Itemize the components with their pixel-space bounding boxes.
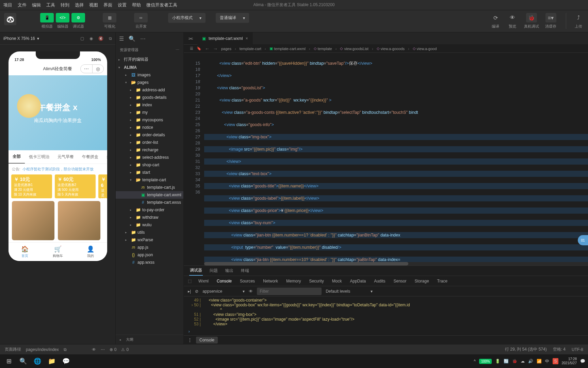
folder-item[interactable]: ▸📁wxParse — [116, 236, 183, 244]
menu-settings[interactable]: 设置 — [118, 2, 127, 8]
tab-lunch[interactable]: 午餐拼盒 — [78, 154, 102, 160]
file-item[interactable]: {}app.json — [116, 251, 183, 259]
bookmark-icon[interactable]: 🔖 — [197, 46, 201, 51]
eye-icon[interactable]: 👁 — [92, 347, 96, 352]
editor-tab[interactable]: ▣ template-cart.wxml × — [197, 32, 253, 44]
indent-setting[interactable]: 空格: 4 — [553, 347, 566, 352]
console-filter-input[interactable] — [257, 288, 322, 295]
tab-all[interactable]: 全部 — [9, 150, 25, 164]
coupon-item[interactable]: ￥ 10元 这是优惠券1 满 20 元使用 限 10 天内有效 — [11, 174, 52, 198]
app-icon[interactable]: 🐼 — [4, 13, 16, 25]
list-icon[interactable]: ☰ — [119, 35, 124, 42]
mute-icon[interactable]: 🔇 — [98, 36, 103, 41]
horizontal-scrollbar[interactable] — [204, 262, 588, 265]
more-status-icon[interactable]: ⋯ — [101, 347, 105, 352]
devtools-storage[interactable]: Storage — [413, 279, 430, 283]
simulator-toggle[interactable]: 📱 — [40, 13, 54, 22]
folder-item[interactable]: ▸📁start — [116, 169, 183, 176]
tray-battery-icon[interactable]: 🔋 — [495, 359, 500, 364]
visual-toggle[interactable]: ▦ — [103, 13, 116, 22]
warning-count[interactable]: ⚠ 0 — [121, 347, 129, 352]
menu-project[interactable]: 项目 — [3, 2, 12, 8]
start-button[interactable]: ⊞ — [3, 356, 15, 367]
console-clear-icon[interactable]: ⊘ — [195, 289, 198, 294]
tray-onedrive-icon[interactable]: ☁ — [521, 359, 525, 364]
devtools-appdata[interactable]: AppData — [348, 279, 367, 283]
menu-view[interactable]: 视图 — [89, 2, 98, 8]
explorer-icon[interactable]: 📁 — [46, 356, 58, 367]
debug-tab-output[interactable]: 输出 — [225, 268, 234, 274]
preview-button[interactable]: 👁 — [507, 13, 518, 22]
close-icon[interactable]: × — [246, 36, 248, 41]
nav-back-icon[interactable]: ← — [205, 46, 210, 51]
notification-icon[interactable]: 💬 — [580, 359, 585, 364]
breadcrumb-item[interactable]: template-cart — [240, 47, 261, 51]
editor-toggle[interactable]: </> — [56, 13, 69, 22]
console-prompt[interactable]: › — [184, 328, 588, 335]
wechat-icon[interactable]: 💬 — [60, 356, 72, 367]
tabbar-home[interactable]: 🏠 首页 — [9, 243, 42, 261]
tab-breakfast[interactable]: 元气早餐 — [53, 154, 78, 160]
folder-item[interactable]: ▾📂template-cart — [116, 176, 183, 184]
console-drawer-tab[interactable]: Console — [196, 337, 218, 343]
remote-debug-button[interactable]: 🐞 — [526, 13, 537, 22]
float-badge[interactable]: 01 — [578, 235, 588, 245]
breadcrumb-item[interactable]: ▣ template-cart.wxml — [270, 46, 306, 51]
breadcrumb-item[interactable]: ◇ template — [314, 46, 332, 51]
folder-item[interactable]: ▸📁withdraw — [116, 214, 183, 221]
compile-button[interactable]: ⟳ — [490, 13, 501, 22]
devtools-sources[interactable]: Sources — [239, 279, 256, 283]
folder-item[interactable]: ▸🖼images — [116, 71, 183, 79]
debugger-toggle[interactable]: ⚙ — [71, 13, 85, 22]
file-item[interactable]: #template-cart.wxss — [116, 199, 183, 206]
console-eye-icon[interactable]: 👁 — [249, 289, 253, 294]
more-icon[interactable]: ⋯ — [140, 35, 146, 42]
breadcrumb-item[interactable]: ◇ view.a-good — [413, 46, 437, 51]
folder-item[interactable]: ▸📁utils — [116, 229, 183, 236]
encoding[interactable]: UTF-8 — [572, 347, 583, 352]
tray-sync-icon[interactable]: 🔄 — [504, 359, 509, 364]
tray-bug-icon[interactable]: 🐞 — [512, 359, 517, 364]
explorer-more-icon[interactable]: ⋯ — [176, 48, 179, 52]
menu-help[interactable]: 帮助 — [132, 2, 141, 8]
file-item[interactable]: ▣template-cart.wxml — [116, 191, 183, 199]
file-item[interactable]: JSapp.js — [116, 244, 183, 251]
error-count[interactable]: ⊗ 0 — [110, 347, 117, 352]
devtools-security[interactable]: Security — [308, 279, 325, 283]
devtools-console[interactable]: Console — [215, 279, 233, 283]
tray-volume-icon[interactable]: 🔊 — [528, 359, 533, 364]
folder-item[interactable]: ▸📁goods-details — [116, 94, 183, 101]
page-path[interactable]: pages/index/index — [26, 347, 59, 352]
console-context-dropdown[interactable]: appservice▾ — [202, 289, 245, 294]
capsule-menu[interactable]: ⋯ — [81, 65, 93, 73]
tray-ime-icon[interactable]: 中 — [545, 358, 549, 364]
compile-dropdown[interactable]: 普通编译▾ — [216, 13, 249, 23]
zoom-indicator[interactable]: 100% — [479, 359, 492, 364]
nav-forward-icon[interactable]: → — [213, 46, 218, 51]
folder-item[interactable]: ▸📁recharge — [116, 146, 183, 154]
breadcrumb-item[interactable]: ◇ view.goodsList — [340, 46, 369, 51]
coupon-item[interactable]: ￥ 6 这是 202 — [98, 174, 107, 198]
devtools-audits[interactable]: Audits — [373, 279, 387, 283]
menu-goto[interactable]: 转到 — [61, 2, 69, 8]
copy-icon[interactable]: ⧉ — [64, 347, 67, 352]
folder-item[interactable]: ▾📂pages — [116, 79, 183, 86]
tray-network-icon[interactable]: 📶 — [537, 359, 542, 364]
search-icon[interactable]: 🔍 — [129, 35, 135, 42]
breadcrumb-item[interactable]: pages — [221, 47, 231, 51]
console-toggle-icon[interactable]: ▸| — [188, 289, 191, 294]
root-folder[interactable]: ▾ALIMA — [116, 64, 183, 71]
menu-edit[interactable]: 编辑 — [32, 2, 41, 8]
folder-item[interactable]: ▸📁to-pay-order — [116, 206, 183, 214]
hero-banner[interactable]: 午餐拼盒 x 南瓜鸡胸肉牛油果拼盒 — [9, 75, 107, 150]
file-item[interactable]: #app.wxss — [116, 259, 183, 266]
cloud-dev[interactable]: ∞ — [134, 13, 148, 22]
popout-icon[interactable]: ⧉ — [109, 36, 112, 41]
devtools-sensor[interactable]: Sensor — [392, 279, 408, 283]
menu-select[interactable]: 选择 — [75, 2, 84, 8]
console-output[interactable]: 49 | <view class="goods-container">› 50 … — [184, 296, 588, 328]
goods-item[interactable] — [12, 201, 54, 240]
screenshot-icon[interactable]: ▢ — [80, 36, 84, 41]
tab-dinner[interactable]: 美味晚 — [102, 154, 107, 160]
menu-devtools[interactable]: 微信开发者工具 — [146, 2, 177, 8]
